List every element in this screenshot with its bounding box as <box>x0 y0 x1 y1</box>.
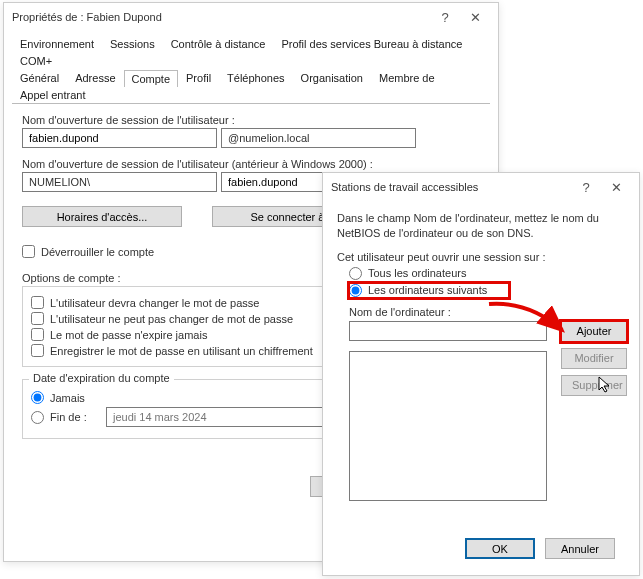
domain-prefix-value: NUMELION\ <box>29 176 90 188</box>
opt-pwd-never-expires[interactable] <box>31 328 44 341</box>
logon-name-label: Nom d'ouverture de session de l'utilisat… <box>22 114 480 126</box>
computer-name-label: Nom de l'ordinateur : <box>349 306 625 318</box>
workstations-titlebar: Stations de travail accessibles ? ✕ <box>323 173 639 201</box>
tab-complus[interactable]: COM+ <box>12 52 60 69</box>
tab-row-1: Environnement Sessions Contrôle à distan… <box>4 31 498 69</box>
tab-account[interactable]: Compte <box>124 70 179 87</box>
opt-store-pwd-encrypted[interactable] <box>31 344 44 357</box>
expiry-group-title: Date d'expiration du compte <box>29 372 174 384</box>
tab-organization[interactable]: Organisation <box>293 69 371 86</box>
radio-all-computers[interactable] <box>349 267 362 280</box>
tab-profile[interactable]: Profil <box>178 69 219 86</box>
tab-row-2: Général Adresse Compte Profil Téléphones… <box>4 69 498 103</box>
tab-rds-profile[interactable]: Profil des services Bureau à distance <box>273 35 470 52</box>
tab-environment[interactable]: Environnement <box>12 35 102 52</box>
logon-scope-label: Cet utilisateur peut ouvrir une session … <box>337 251 625 263</box>
properties-titlebar: Propriétés de : Fabien Dupond ? ✕ <box>4 3 498 31</box>
computer-name-input[interactable] <box>349 321 547 341</box>
computer-list[interactable] <box>349 351 547 501</box>
dialog-cancel-button[interactable]: Annuler <box>545 538 615 559</box>
expiry-end-label: Fin de : <box>50 411 100 423</box>
workstations-title: Stations de travail accessibles <box>331 181 571 193</box>
edit-button[interactable]: Modifier <box>561 348 627 369</box>
opt-pwd-never-expires-label: Le mot de passe n'expire jamais <box>50 329 207 341</box>
workstations-dialog: Stations de travail accessibles ? ✕ Dans… <box>322 172 640 576</box>
tab-telephones[interactable]: Téléphones <box>219 69 293 86</box>
expiry-end-radio[interactable] <box>31 411 44 424</box>
tab-sessions[interactable]: Sessions <box>102 35 163 52</box>
radio-following-computers-label: Les ordinateurs suivants <box>368 284 487 296</box>
tab-general[interactable]: Général <box>12 69 67 86</box>
delete-button[interactable]: Supprimer <box>561 375 627 396</box>
dialog-help-icon[interactable]: ? <box>571 180 601 195</box>
add-button[interactable]: Ajouter <box>561 321 627 342</box>
tab-member-of[interactable]: Membre de <box>371 69 443 86</box>
opt-cannot-change-pwd-label: L'utilisateur ne peut pas changer de mot… <box>50 313 293 325</box>
expiry-never-radio[interactable] <box>31 391 44 404</box>
workstations-description: Dans le champ Nom de l'ordinateur, mette… <box>337 211 625 241</box>
tab-address[interactable]: Adresse <box>67 69 123 86</box>
help-icon[interactable]: ? <box>430 10 460 25</box>
logon-name-input[interactable] <box>22 128 217 148</box>
opt-store-pwd-encrypted-label: Enregistrer le mot de passe en utilisant… <box>50 345 313 357</box>
domain-suffix-select[interactable]: @numelion.local <box>221 128 416 148</box>
domain-suffix-value: @numelion.local <box>228 132 310 144</box>
expiry-never-label: Jamais <box>50 392 85 404</box>
expiry-date-picker[interactable]: jeudi 14 mars 2024 <box>106 407 326 427</box>
close-icon[interactable]: ✕ <box>460 10 490 25</box>
properties-title: Propriétés de : Fabien Dupond <box>12 11 430 23</box>
opt-cannot-change-pwd[interactable] <box>31 312 44 325</box>
expiry-date-value: jeudi 14 mars 2024 <box>113 411 207 423</box>
tab-dial-in[interactable]: Appel entrant <box>12 86 93 103</box>
dialog-close-icon[interactable]: ✕ <box>601 180 631 195</box>
unlock-account-label: Déverrouiller le compte <box>41 246 154 258</box>
radio-all-computers-label: Tous les ordinateurs <box>368 267 466 279</box>
opt-must-change-pwd-label: L'utilisateur devra changer le mot de pa… <box>50 297 259 309</box>
unlock-account-checkbox[interactable] <box>22 245 35 258</box>
logon-hours-button[interactable]: Horaires d'accès... <box>22 206 182 227</box>
radio-following-computers[interactable] <box>349 284 362 297</box>
domain-prefix-field: NUMELION\ <box>22 172 217 192</box>
tab-remote-control[interactable]: Contrôle à distance <box>163 35 274 52</box>
opt-must-change-pwd[interactable] <box>31 296 44 309</box>
logon-pre2000-label: Nom d'ouverture de session de l'utilisat… <box>22 158 480 170</box>
dialog-ok-button[interactable]: OK <box>465 538 535 559</box>
